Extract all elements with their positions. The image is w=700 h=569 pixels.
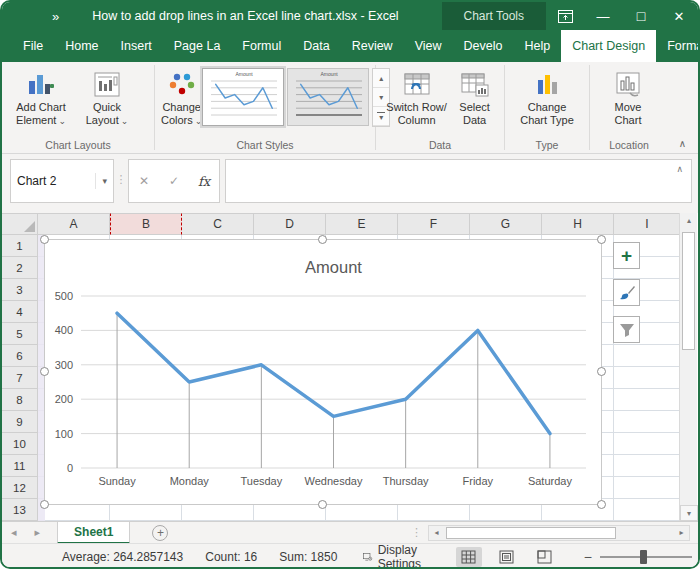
column-header-h[interactable]: H xyxy=(542,213,614,235)
row-header-9[interactable]: 9 xyxy=(2,411,38,433)
tab-help[interactable]: Help xyxy=(513,30,561,62)
horizontal-scrollbar[interactable]: ◂ ▸ xyxy=(428,525,690,541)
quick-layout-button[interactable]: Quick Layout⌄ xyxy=(74,66,140,128)
sheet-nav-left-icon[interactable]: ◂ xyxy=(2,526,26,539)
display-settings-button[interactable]: Display Settings xyxy=(363,543,427,569)
add-chart-element-button[interactable]: Add Chart Element⌄ xyxy=(8,66,74,128)
zoom-out-button[interactable]: − xyxy=(576,549,600,565)
row-header-8[interactable]: 8 xyxy=(2,389,38,411)
page-break-preview-button[interactable] xyxy=(532,547,558,567)
tab-review[interactable]: Review xyxy=(341,30,404,62)
sheet-nav-right-icon[interactable]: ▸ xyxy=(26,526,50,539)
row-header-13[interactable]: 13 xyxy=(2,499,38,521)
column-header-g[interactable]: G xyxy=(470,213,542,235)
formula-bar-row: Chart 2 ▾ ⋮ ✕ ✓ fx ∧ xyxy=(2,154,698,213)
scroll-up-arrow-icon[interactable]: ▴ xyxy=(680,213,698,229)
row-header-10[interactable]: 10 xyxy=(2,433,38,455)
chart-style-button[interactable] xyxy=(613,279,640,306)
chart-selection-handle[interactable] xyxy=(597,235,606,244)
row-header-11[interactable]: 11 xyxy=(2,455,38,477)
tab-chart-design[interactable]: Chart Design xyxy=(561,30,656,62)
close-button[interactable]: ✕ xyxy=(660,2,698,30)
column-header-c[interactable]: C xyxy=(182,213,254,235)
zoom-control: − + 120% xyxy=(576,549,700,565)
tab-home[interactable]: Home xyxy=(54,30,109,62)
formula-bar-drag-handle[interactable]: ⋮ xyxy=(114,159,128,186)
sheet-tab-sheet1[interactable]: Sheet1 xyxy=(57,522,130,544)
switch-row-column-button[interactable]: Switch Row/ Column xyxy=(382,66,451,127)
chart-selection-handle[interactable] xyxy=(318,500,327,509)
column-header-f[interactable]: F xyxy=(398,213,470,235)
column-header-d[interactable]: D xyxy=(254,213,326,235)
horizontal-scrollbar-thumb[interactable] xyxy=(446,527,616,539)
row-header-2[interactable]: 2 xyxy=(2,257,38,279)
name-box-caret-icon[interactable]: ▾ xyxy=(95,173,107,189)
collapse-ribbon-button[interactable]: ∧ xyxy=(679,138,686,149)
group-label-chart-layouts: Chart Layouts xyxy=(2,139,154,151)
ribbon-display-options-button[interactable] xyxy=(546,2,584,30)
zoom-in-button[interactable]: + xyxy=(692,549,700,565)
cancel-button[interactable]: ✕ xyxy=(129,174,159,188)
column-header-i[interactable]: I xyxy=(614,213,681,235)
chart-selection-handle[interactable] xyxy=(40,500,49,509)
row-header-1[interactable]: 1 xyxy=(2,235,38,257)
maximize-button[interactable]: □ xyxy=(622,2,660,30)
tab-view[interactable]: View xyxy=(404,30,453,62)
enter-button[interactable]: ✓ xyxy=(159,174,189,188)
tab-format[interactable]: Format xyxy=(656,30,700,62)
chart-selection-handle[interactable] xyxy=(597,367,606,376)
row-header-4[interactable]: 4 xyxy=(2,301,38,323)
quick-access-toolbar-button[interactable]: » xyxy=(52,9,60,24)
chart-style-thumbnail-1[interactable]: Amount xyxy=(202,68,284,126)
vertical-scrollbar[interactable]: ▴ ▾ xyxy=(679,213,697,521)
column-header-b[interactable]: B xyxy=(110,213,182,235)
formula-input[interactable]: ∧ xyxy=(225,159,692,203)
tab-insert[interactable]: Insert xyxy=(110,30,163,62)
chart-elements-button[interactable]: + xyxy=(613,242,640,269)
minimize-button[interactable]: — xyxy=(584,2,622,30)
chart[interactable]: 0100200300400500SundayMondayTuesdayWedne… xyxy=(44,239,602,505)
chart-selection-handle[interactable] xyxy=(318,235,327,244)
select-data-button[interactable]: Select Data xyxy=(451,66,498,127)
ribbon: Add Chart Element⌄ Quick Layout⌄ xyxy=(2,62,698,154)
row-header-6[interactable]: 6 xyxy=(2,345,38,367)
page-layout-view-button[interactable] xyxy=(494,547,520,567)
chart-selection-handle[interactable] xyxy=(40,367,49,376)
zoom-slider-thumb[interactable] xyxy=(640,550,647,564)
scroll-down-arrow-icon[interactable]: ▾ xyxy=(680,505,698,521)
switch-row-column-label2: Column xyxy=(398,114,436,127)
svg-text:Tuesday: Tuesday xyxy=(240,475,282,487)
change-colors-button[interactable]: Change Colors⌄ xyxy=(161,66,202,128)
group-label-data: Data xyxy=(376,139,504,151)
normal-view-button[interactable] xyxy=(456,547,482,567)
column-header-a[interactable]: A xyxy=(38,213,110,235)
select-all-button[interactable] xyxy=(2,213,38,235)
scroll-left-arrow-icon[interactable]: ◂ xyxy=(429,528,444,537)
tab-develo[interactable]: Develo xyxy=(453,30,514,62)
expand-formula-bar-button[interactable]: ∧ xyxy=(676,164,683,174)
status-sum: Sum: 1850 xyxy=(279,550,337,564)
row-header-12[interactable]: 12 xyxy=(2,477,38,499)
chart-canvas[interactable]: 0100200300400500SundayMondayTuesdayWedne… xyxy=(45,240,601,504)
scroll-right-arrow-icon[interactable]: ▸ xyxy=(674,528,689,537)
insert-function-button[interactable]: fx xyxy=(189,174,219,189)
row-header-5[interactable]: 5 xyxy=(2,323,38,345)
change-chart-type-button[interactable]: Change Chart Type xyxy=(511,66,583,127)
new-sheet-button[interactable]: + xyxy=(152,525,168,541)
name-box[interactable]: Chart 2 ▾ xyxy=(10,159,114,203)
chart-style-thumbnail-2[interactable]: Amount xyxy=(287,68,369,126)
tab-data[interactable]: Data xyxy=(292,30,340,62)
tab-formul[interactable]: Formul xyxy=(231,30,292,62)
chart-filters-button[interactable] xyxy=(613,316,640,343)
move-chart-button[interactable]: Move Chart xyxy=(596,66,660,127)
zoom-slider[interactable] xyxy=(600,556,692,558)
vertical-scrollbar-thumb[interactable] xyxy=(682,232,695,350)
tab-file[interactable]: File xyxy=(12,30,54,62)
column-header-e[interactable]: E xyxy=(326,213,398,235)
chart-selection-handle[interactable] xyxy=(597,500,606,509)
chart-selection-handle[interactable] xyxy=(40,235,49,244)
row-header-3[interactable]: 3 xyxy=(2,279,38,301)
sheet-bar-drag-handle[interactable]: ⋮ xyxy=(411,526,422,539)
row-header-7[interactable]: 7 xyxy=(2,367,38,389)
tab-page-la[interactable]: Page La xyxy=(163,30,232,62)
